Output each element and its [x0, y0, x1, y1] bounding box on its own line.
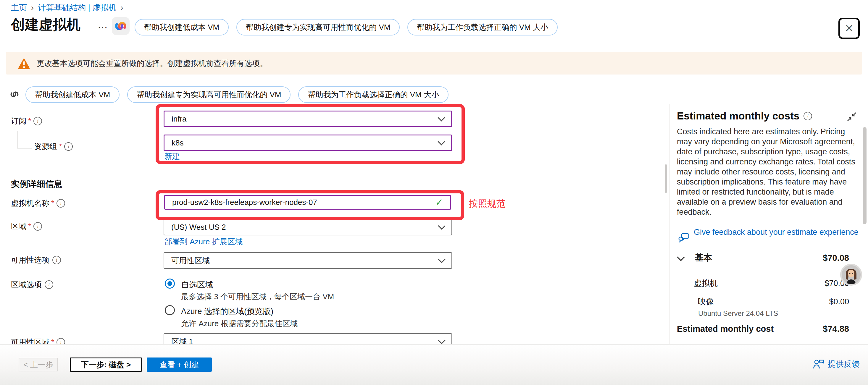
breadcrumb: 主页 › 计算基础结构 | 虚拟机 ›: [11, 2, 127, 13]
suggestion-right-vm-size-button[interactable]: 帮助我为工作负载选择正确的 VM 大小: [407, 19, 557, 35]
resource-group-label: 资源组* i: [34, 141, 73, 152]
avatar[interactable]: [840, 264, 862, 286]
subscription-dropdown[interactable]: infra: [164, 110, 452, 127]
availability-options-label: 可用性选项 i: [11, 255, 61, 265]
info-icon[interactable]: i: [45, 280, 53, 289]
chevron-down-icon: [438, 138, 445, 145]
suggestion-high-availability-vm-button[interactable]: 帮助我创建专为实现高可用性而优化的 VM: [237, 19, 400, 35]
availability-options-value: 可用性区域: [171, 255, 210, 266]
collapse-panel-button[interactable]: [847, 112, 857, 123]
page-title: 创建虚拟机: [11, 15, 81, 34]
required-asterisk: *: [28, 117, 31, 126]
suggestion-low-cost-vm-button[interactable]: 帮助我创建低成本 VM: [26, 86, 120, 103]
feedback-bubbles-icon: [678, 232, 690, 246]
vm-name-label: 虚拟机名称* i: [11, 198, 65, 208]
warning-text: 更改基本选项可能会重置所做的选择。创建虚拟机前查看所有选项。: [37, 58, 268, 69]
instance-details-header: 实例详细信息: [11, 178, 62, 190]
annotation-text: 按照规范: [469, 197, 505, 210]
info-icon[interactable]: i: [33, 117, 42, 125]
cost-disclaimer: Costs indicated here are estimates only.…: [677, 127, 856, 217]
subscription-label: 订阅* i: [11, 116, 42, 126]
cost-item-label: 映像: [694, 296, 714, 307]
panel-divider: [669, 104, 670, 344]
availability-options-dropdown[interactable]: 可用性区域: [164, 252, 452, 269]
radio-azure-selected-zones[interactable]: [165, 305, 175, 315]
form-scrollbar-thumb[interactable]: [665, 164, 667, 193]
create-vm-page: 主页 › 计算基础结构 | 虚拟机 › 创建虚拟机 ⋯ 帮助我创建低成本 VM …: [0, 0, 868, 385]
zone-options-label: 区域选项 i: [11, 280, 53, 290]
chevron-down-icon: [438, 255, 445, 263]
warning-banner: 更改基本选项可能会重置所做的选择。创建虚拟机前查看所有选项。: [6, 52, 862, 74]
cost-item-label: 虚拟机: [694, 278, 718, 289]
info-icon[interactable]: i: [33, 222, 42, 231]
required-asterisk: *: [59, 142, 62, 151]
copilot-outline-icon: [8, 88, 21, 102]
chevron-down-icon: [438, 114, 445, 121]
close-button[interactable]: ✕: [838, 18, 860, 39]
info-icon[interactable]: i: [57, 199, 65, 207]
radio-self-selected-zones[interactable]: [165, 279, 175, 289]
next-disks-button[interactable]: 下一步: 磁盘 >: [70, 357, 142, 372]
give-feedback-link[interactable]: 提供反馈: [813, 359, 860, 369]
resource-group-dropdown[interactable]: k8s: [164, 134, 452, 151]
zone-option1-label[interactable]: 自选区域: [181, 280, 213, 290]
copilot-icon[interactable]: [112, 17, 130, 36]
info-icon[interactable]: i: [64, 142, 73, 151]
cost-item-value: $0.00: [829, 297, 849, 306]
region-dropdown[interactable]: (US) West US 2: [164, 219, 452, 235]
breadcrumb-link-home[interactable]: 主页: [11, 2, 27, 13]
suggestion-right-vm-size-button[interactable]: 帮助我为工作负载选择正确的 VM 大小: [298, 86, 448, 103]
zone-option2-desc: 允许 Azure 根据需要分配最佳区域: [181, 318, 298, 329]
more-options-button[interactable]: ⋯: [98, 21, 108, 33]
suggestion-low-cost-vm-button[interactable]: 帮助我创建低成本 VM: [134, 19, 229, 35]
page-scrollbar-thumb[interactable]: [863, 127, 867, 224]
parent-child-connector: [17, 131, 32, 149]
review-create-button[interactable]: 查看 + 创建: [147, 357, 212, 372]
vm-name-input[interactable]: prod-usw2-k8s-freeleaps-worker-nodes-07 …: [164, 195, 451, 210]
previous-button[interactable]: < 上一步: [19, 358, 58, 372]
copilot-suggestions-top: 帮助我创建低成本 VM 帮助我创建专为实现高可用性而优化的 VM 帮助我为工作负…: [134, 19, 558, 35]
cost-total-label: Estimated monthly cost: [677, 324, 774, 334]
cost-item-row: 映像 $0.00: [694, 296, 849, 307]
region-value: (US) West US 2: [171, 223, 226, 232]
cost-item-subtext: Ubuntu Server 24.04 LTS: [698, 309, 778, 318]
subscription-value: infra: [172, 115, 187, 124]
deploy-extended-zone-link[interactable]: 部署到 Azure 扩展区域: [164, 236, 243, 247]
info-icon[interactable]: i: [52, 256, 61, 264]
required-asterisk: *: [28, 222, 31, 231]
required-asterisk: *: [51, 199, 54, 208]
chevron-down-icon: [438, 222, 445, 229]
region-label: 区域* i: [11, 221, 42, 231]
chevron-down-icon: [438, 336, 445, 344]
estimate-feedback-link[interactable]: Give feedback about your estimate experi…: [694, 227, 860, 237]
close-icon: ✕: [845, 22, 854, 35]
breadcrumb-chevron-icon: ›: [31, 3, 34, 12]
cost-total-value: $74.88: [823, 324, 849, 334]
create-new-link[interactable]: 新建: [164, 151, 180, 162]
cost-group-label: 基本: [695, 252, 712, 264]
cost-panel-title: Estimated monthly costs: [677, 110, 799, 122]
cost-item-row: 虚拟机 $70.08: [694, 278, 849, 289]
suggestion-high-availability-vm-button[interactable]: 帮助我创建专为实现高可用性而优化的 VM: [127, 86, 290, 103]
zone-option1-desc: 最多选择 3 个可用性区域，每个区域一台 VM: [181, 292, 334, 302]
breadcrumb-link-compute-vm[interactable]: 计算基础结构 | 虚拟机: [38, 2, 116, 13]
resource-group-value: k8s: [172, 138, 183, 148]
copilot-suggestions-inline: 帮助我创建低成本 VM 帮助我创建专为实现高可用性而优化的 VM 帮助我为工作负…: [26, 86, 448, 103]
collapse-icon: [847, 112, 857, 122]
cost-total-divider: [672, 319, 862, 319]
feedback-person-icon: [813, 359, 824, 369]
cost-group-value: $70.08: [823, 253, 849, 263]
warning-icon: [18, 57, 30, 69]
wizard-footer: < 上一步 下一步: 磁盘 > 查看 + 创建 提供反馈: [0, 344, 868, 385]
cost-total-row: Estimated monthly cost $74.88: [677, 324, 849, 334]
cost-group-row: 基本 $70.08: [678, 252, 849, 264]
zone-option2-label[interactable]: Azure 选择的区域(预览版): [181, 306, 273, 317]
info-icon[interactable]: i: [804, 112, 812, 120]
give-feedback-label: 提供反馈: [828, 359, 860, 369]
chevron-down-icon[interactable]: [677, 253, 685, 261]
valid-check-icon: ✓: [435, 197, 443, 208]
breadcrumb-chevron-icon: ›: [120, 3, 123, 12]
cost-panel-header: Estimated monthly costs i: [677, 110, 812, 122]
vm-name-value: prod-usw2-k8s-freeleaps-worker-nodes-07: [172, 198, 317, 207]
